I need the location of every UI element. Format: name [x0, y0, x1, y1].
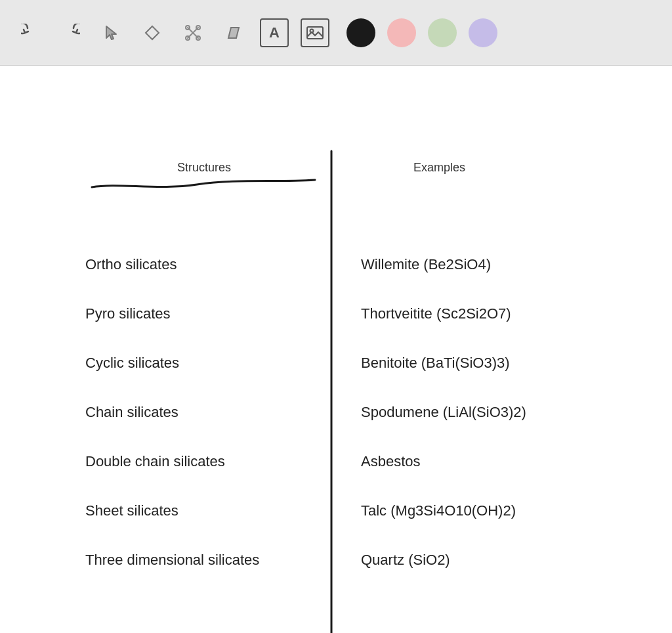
example-item-e5: Asbestos: [361, 453, 421, 470]
text-tool-button[interactable]: A: [260, 18, 289, 47]
tools-button[interactable]: [178, 18, 207, 47]
color-pink[interactable]: [387, 18, 416, 47]
structure-item-s6: Sheet silicates: [85, 502, 178, 519]
text-tool-icon: A: [269, 24, 280, 41]
color-lavender[interactable]: [469, 18, 497, 47]
svg-marker-7: [228, 28, 239, 38]
structure-item-s7: Three dimensional silicates: [85, 552, 259, 569]
structure-item-s2: Pyro silicates: [85, 305, 171, 322]
toolbar: A: [0, 0, 672, 66]
structure-item-s3: Cyclic silicates: [85, 355, 179, 372]
select-tool-button[interactable]: [97, 18, 126, 47]
draw-tool-button[interactable]: [138, 18, 167, 47]
image-tool-button[interactable]: [301, 18, 329, 47]
examples-header: Examples: [413, 161, 465, 175]
example-item-e3: Benitoite (BaTi(SiO3)3): [361, 355, 510, 372]
redo-button[interactable]: [56, 18, 85, 47]
structure-item-s1: Ortho silicates: [85, 256, 177, 273]
example-item-e6: Talc (Mg3Si4O10(OH)2): [361, 502, 516, 519]
example-item-e1: Willemite (Be2SiO4): [361, 256, 491, 273]
example-item-e7: Quartz (SiO2): [361, 552, 450, 569]
example-item-e2: Thortveitite (Sc2Si2O7): [361, 305, 511, 322]
main-canvas[interactable]: Structures Examples Ortho silicatesPyro …: [0, 66, 672, 633]
structure-item-s4: Chain silicates: [85, 404, 178, 421]
example-item-e4: Spodumene (LiAl(SiO3)2): [361, 404, 526, 421]
color-green[interactable]: [428, 18, 457, 47]
structure-item-s5: Double chain silicates: [85, 453, 225, 470]
svg-rect-8: [307, 27, 323, 39]
structures-header: Structures: [177, 161, 231, 175]
undo-button[interactable]: [16, 18, 45, 47]
pen-tool-button[interactable]: [219, 18, 248, 47]
drawing-overlay: [0, 66, 672, 633]
svg-marker-0: [106, 26, 116, 39]
color-black[interactable]: [346, 18, 375, 47]
